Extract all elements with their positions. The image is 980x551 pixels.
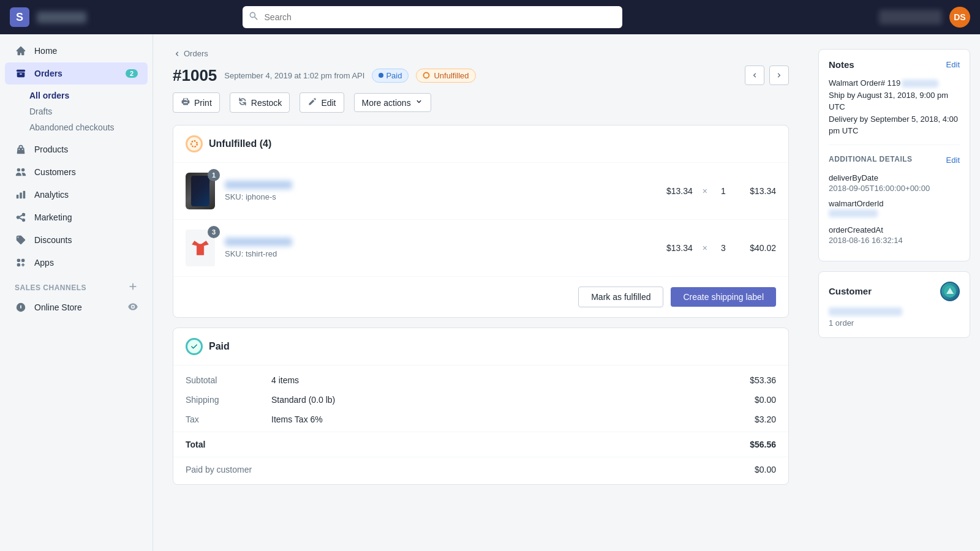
create-shipping-label-button[interactable]: Create shipping label: [671, 287, 776, 307]
item-qty-badge-1: 1: [208, 169, 220, 181]
sidebar-item-orders[interactable]: Orders 2: [5, 62, 148, 84]
orders-submenu: All orders Drafts Abandoned checkouts: [0, 85, 153, 138]
detail-value-2: 2018-08-16 16:32:14: [829, 236, 960, 245]
paid-title: Paid: [209, 341, 230, 352]
main-column: Unfulfilled (4) 1 SKU: iphone-s: [173, 125, 789, 495]
store-name: store name: [37, 12, 110, 22]
more-actions-button[interactable]: More actions: [354, 93, 431, 112]
sidebar-item-apps[interactable]: Apps: [5, 252, 148, 274]
edit-label: Edit: [321, 98, 336, 108]
paid-dot: [379, 73, 383, 78]
sidebar-item-label: Apps: [34, 258, 54, 268]
unfulfilled-title: Unfulfilled (4): [209, 138, 271, 149]
additional-details-title: ADDITIONAL DETAILS: [829, 155, 913, 163]
svg-point-0: [424, 73, 429, 78]
item-multiplier-2: ×: [703, 243, 707, 253]
topnav-extra: shopify store: [879, 10, 942, 24]
item-total-1: $13.34: [739, 186, 776, 196]
item-image-iphone: 1: [186, 173, 215, 209]
shopify-logo: S: [10, 7, 29, 27]
payment-status-badge: Paid: [372, 69, 409, 83]
sidebar-sub-all-orders[interactable]: All orders: [29, 88, 153, 103]
breadcrumb[interactable]: Orders: [173, 49, 789, 58]
next-order-button[interactable]: [769, 66, 789, 85]
order-item-iphone: 1 SKU: iphone-s $13.34 × 1 $13.34: [173, 163, 788, 220]
restock-button[interactable]: Restock: [230, 92, 290, 113]
edit-button[interactable]: Edit: [300, 92, 344, 113]
notes-card: Notes Edit Walmart Order# 119 Ship by Au…: [818, 49, 970, 261]
print-icon: [181, 97, 190, 108]
breadcrumb-label: Orders: [184, 49, 208, 58]
discounts-icon: [15, 234, 27, 246]
sidebar-sub-abandoned[interactable]: Abandoned checkouts: [29, 119, 153, 135]
item-price-2: $13.34: [656, 243, 693, 253]
top-navigation: S store name shopify store DS: [0, 0, 980, 34]
notes-edit-link[interactable]: Edit: [946, 60, 960, 69]
home-icon: [15, 45, 27, 57]
sidebar-item-analytics[interactable]: Analytics: [5, 184, 148, 206]
item-image-tshirt: 3: [186, 230, 215, 266]
notes-card-header: Notes Edit: [829, 59, 960, 70]
sidebar-item-home[interactable]: Home: [5, 40, 148, 62]
more-actions-label: More actions: [362, 98, 411, 108]
additional-details-edit[interactable]: Edit: [946, 156, 960, 165]
paid-card: Paid Subtotal 4 items $53.36 Shipping St…: [173, 328, 789, 485]
sidebar-sub-drafts[interactable]: Drafts: [29, 103, 153, 119]
search-bar[interactable]: [243, 6, 622, 28]
print-label: Print: [194, 98, 212, 108]
unfulfilled-status-icon: [186, 135, 203, 152]
customer-card: Customer 1 order: [818, 271, 970, 338]
orders-icon: [15, 67, 27, 80]
item-sku-2: SKU: tshirt-red: [225, 249, 646, 258]
item-price-section-2: $13.34 × 3 $40.02: [656, 243, 776, 253]
sidebar-item-products[interactable]: Products: [5, 138, 148, 160]
order-date: September 4, 2019 at 1:02 pm from API: [224, 71, 364, 80]
item-details-tshirt: SKU: tshirt-red: [225, 238, 646, 258]
user-avatar[interactable]: DS: [949, 7, 970, 28]
detail-value-0: 2018-09-05T16:00:00+00:00: [829, 184, 960, 193]
sidebar-item-marketing[interactable]: Marketing: [5, 206, 148, 228]
sidebar-item-label: Home: [34, 46, 57, 56]
page-header-left: #1005 September 4, 2019 at 1:02 pm from …: [173, 66, 476, 85]
sidebar-item-label: Orders: [34, 69, 62, 78]
detail-key-2: orderCreatedAt: [829, 225, 960, 234]
item-qty-1: 1: [717, 186, 729, 196]
sidebar-item-discounts[interactable]: Discounts: [5, 229, 148, 251]
search-input[interactable]: [243, 6, 622, 28]
page-nav-arrows: [745, 66, 789, 85]
main-content: Orders #1005 September 4, 2019 at 1:02 p…: [153, 34, 809, 551]
detail-key-1: walmartOrderId: [829, 199, 960, 208]
prev-order-button[interactable]: [745, 66, 764, 85]
item-name-blurred-1: [225, 181, 292, 189]
payment-row-total: Total $56.56: [173, 435, 788, 454]
payment-row-paid-by: Paid by customer $0.00: [173, 460, 788, 479]
customer-orders: 1 order: [829, 318, 960, 328]
item-details-iphone: SKU: iphone-s: [225, 181, 646, 201]
additional-details-fields: deliverByDate 2018-09-05T16:00:00+00:00 …: [829, 173, 960, 245]
item-multiplier-1: ×: [703, 186, 707, 196]
restock-icon: [238, 97, 247, 108]
item-qty-2: 3: [717, 243, 729, 253]
print-button[interactable]: Print: [173, 92, 220, 113]
payment-rows: Subtotal 4 items $53.36 Shipping Standar…: [173, 365, 788, 484]
search-icon: [249, 11, 258, 23]
additional-details-header: ADDITIONAL DETAILS Edit: [829, 152, 960, 168]
add-sales-channel-icon[interactable]: [128, 282, 138, 293]
item-name-blurred-2: [225, 238, 292, 246]
content-columns: Unfulfilled (4) 1 SKU: iphone-s: [173, 125, 789, 495]
item-total-2: $40.02: [739, 243, 776, 253]
restock-label: Restock: [251, 98, 282, 108]
sidebar-item-customers[interactable]: Customers: [5, 161, 148, 183]
unfulfilled-card: Unfulfilled (4) 1 SKU: iphone-s: [173, 125, 789, 318]
customers-icon: [15, 166, 27, 178]
mark-fulfilled-button[interactable]: Mark as fulfilled: [578, 287, 663, 307]
payment-row-subtotal: Subtotal 4 items $53.36: [173, 370, 788, 390]
sidebar-item-online-store[interactable]: Online Store: [5, 296, 148, 318]
item-price-1: $13.34: [656, 186, 693, 196]
detail-key-0: deliverByDate: [829, 173, 960, 182]
sales-channels-heading: SALES CHANNELS: [0, 274, 153, 296]
sidebar-item-label: Discounts: [34, 235, 72, 245]
chevron-down-icon: [415, 97, 423, 108]
item-sku-1: SKU: iphone-s: [225, 192, 646, 201]
sidebar-item-label: Products: [34, 144, 68, 154]
